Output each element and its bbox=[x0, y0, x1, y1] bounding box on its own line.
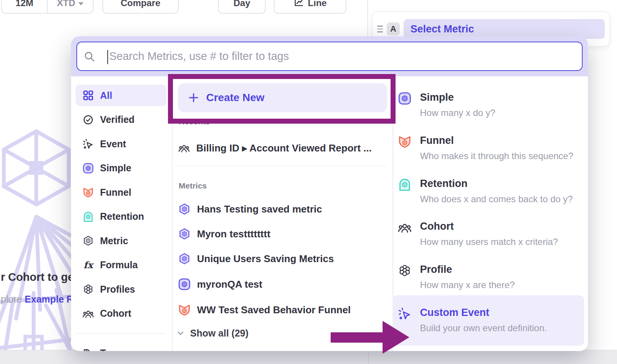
empty-state-subline: plore Example R bbox=[1, 294, 71, 305]
sidebar-item-label: Event bbox=[100, 139, 126, 150]
metric-type-title: Funnel bbox=[420, 135, 573, 147]
saved-metric-icon bbox=[178, 227, 191, 240]
caret-down-icon bbox=[78, 2, 84, 5]
metric-picker-modal: AllVerifiedEventSimpleFunnelRetentionMet… bbox=[71, 36, 588, 351]
sidebar-divider bbox=[172, 76, 173, 351]
event-cursor-icon bbox=[82, 138, 94, 150]
metric-type-description: Who does x and comes back to do y? bbox=[420, 194, 573, 205]
create-new-button[interactable]: Create New bbox=[178, 83, 387, 112]
metric-list-item[interactable]: myronQA test bbox=[178, 275, 384, 293]
range-12m-button[interactable]: 12M bbox=[2, 0, 47, 13]
custom-event-cursor-icon bbox=[398, 307, 412, 321]
funnel-badge-icon bbox=[398, 135, 412, 148]
metric-list-item[interactable]: Myron testttttttt bbox=[178, 225, 384, 243]
metric-type-custom-event[interactable]: Custom EventBuild your own event definit… bbox=[398, 307, 581, 333]
metric-item-label: Hans Testing saved metric bbox=[197, 203, 322, 215]
metric-item-label: Unique Users Saving Metrics bbox=[197, 253, 334, 265]
annotation-arrow bbox=[331, 332, 384, 343]
people-icon bbox=[178, 142, 190, 154]
metric-type-cohort[interactable]: CohortHow many users match x criteria? bbox=[398, 221, 581, 247]
search-band bbox=[71, 36, 588, 76]
search-input[interactable] bbox=[109, 42, 579, 70]
metric-hex-icon bbox=[82, 235, 94, 246]
sidebar-item-label: Profiles bbox=[100, 284, 135, 295]
sidebar-item-label: Metric bbox=[100, 235, 128, 246]
metric-type-retention[interactable]: RetentionWho does x and comes back to do… bbox=[398, 178, 581, 205]
day-label: Day bbox=[233, 0, 250, 8]
metric-type-profile[interactable]: ProfileHow many x are there? bbox=[398, 264, 581, 290]
metric-type-funnel[interactable]: FunnelWho makes it through this sequence… bbox=[398, 135, 581, 161]
chart-type-line-button[interactable]: Line bbox=[274, 0, 346, 14]
simple-badge-icon bbox=[82, 163, 94, 174]
empty-state-headline: r Cohort to ge bbox=[1, 271, 71, 283]
sidebar-item-funnel[interactable]: Funnel bbox=[76, 182, 166, 203]
annotation-arrow-head bbox=[383, 321, 409, 354]
formula-icon: fx bbox=[82, 259, 94, 271]
sidebar-item-cohort[interactable]: Cohort bbox=[76, 303, 166, 324]
select-metric-label: Select Metric bbox=[410, 23, 474, 35]
metric-type-description: Who makes it through this sequence? bbox=[420, 151, 573, 161]
metric-type-description: How many users match x criteria? bbox=[420, 237, 558, 247]
page-bottom-band bbox=[0, 350, 617, 364]
search-box[interactable] bbox=[76, 42, 583, 71]
show-all-button[interactable]: Show all (29) bbox=[176, 325, 249, 341]
metric-type-simple[interactable]: SimpleHow many x do y? bbox=[398, 92, 581, 118]
metric-type-title: Cohort bbox=[420, 221, 558, 232]
sidebar-item-event[interactable]: Event bbox=[76, 133, 166, 155]
compare-label: Compare bbox=[121, 0, 160, 8]
sidebar-item-verified[interactable]: Verified bbox=[76, 109, 166, 130]
range-12m-label: 12M bbox=[16, 0, 34, 8]
drag-handle-icon[interactable] bbox=[377, 26, 383, 32]
funnel-badge-icon bbox=[82, 187, 94, 198]
date-range-group: 12M XTD bbox=[1, 0, 94, 14]
sidebar-item-metric[interactable]: Metric bbox=[76, 230, 166, 251]
retention-badge-icon bbox=[82, 211, 94, 222]
metric-type-description: How many x are there? bbox=[420, 280, 515, 290]
sidebar-rule bbox=[76, 333, 166, 333]
example-reports-link[interactable]: Example R bbox=[25, 294, 71, 304]
recents-rule bbox=[174, 166, 386, 166]
metrics-section-label: Metrics bbox=[179, 181, 207, 190]
subline-gray-text: plore bbox=[1, 294, 25, 304]
metric-item-label: myronQA test bbox=[197, 279, 262, 290]
profiles-icon bbox=[82, 283, 94, 295]
text-caret bbox=[107, 50, 108, 64]
range-xtd-label: XTD bbox=[57, 0, 75, 8]
range-xtd-button[interactable]: XTD bbox=[48, 0, 93, 13]
recent-item[interactable]: Billing ID ▸ Account Viewed Report ... bbox=[178, 139, 384, 157]
seal-check-icon bbox=[82, 114, 94, 126]
recent-item-label: Billing ID ▸ Account Viewed Report ... bbox=[196, 142, 371, 154]
metric-list-item[interactable]: WW Test Saved Behavior Funnel bbox=[178, 301, 384, 319]
sidebar-item-label: Formula bbox=[100, 259, 138, 271]
metric-list-item[interactable]: Hans Testing saved metric bbox=[178, 200, 384, 218]
metric-type-description: Build your own event definition. bbox=[420, 323, 547, 333]
metric-list-item[interactable]: Unique Users Saving Metrics bbox=[178, 250, 384, 267]
tag-icon bbox=[82, 347, 94, 351]
granularity-day-button[interactable]: Day bbox=[218, 0, 266, 14]
sidebar-item-simple[interactable]: Simple bbox=[76, 158, 166, 179]
metric-type-title: Retention bbox=[420, 178, 573, 190]
recents-section-label: Recents bbox=[179, 117, 210, 126]
sidebar-item-retention[interactable]: Retention bbox=[76, 206, 166, 227]
sidebar-item-label: Cohort bbox=[100, 308, 131, 319]
people-icon bbox=[82, 308, 94, 319]
profiles-icon bbox=[398, 264, 412, 277]
sidebar-item-overflow[interactable]: T bbox=[76, 342, 166, 351]
sidebar-item-label: Verified bbox=[100, 114, 134, 125]
show-all-label: Show all (29) bbox=[190, 328, 249, 339]
retention-badge-icon bbox=[398, 178, 412, 192]
sidebar-item-profiles[interactable]: Profiles bbox=[76, 279, 166, 300]
plus-icon bbox=[188, 92, 199, 103]
sidebar-item-all[interactable]: All bbox=[76, 85, 166, 106]
background-panel-divider-bottom bbox=[368, 350, 369, 364]
sidebar-item-formula[interactable]: fxFormula bbox=[76, 254, 166, 276]
funnel-badge-icon bbox=[178, 303, 191, 316]
metric-type-title: Custom Event bbox=[420, 307, 547, 319]
people-icon bbox=[398, 221, 412, 234]
sidebar-item-label: Simple bbox=[100, 163, 131, 174]
saved-metric-icon bbox=[178, 252, 191, 265]
compare-button[interactable]: Compare bbox=[102, 0, 179, 14]
series-badge: A bbox=[387, 23, 400, 35]
background-panel-divider bbox=[367, 0, 368, 36]
metric-item-label: WW Test Saved Behavior Funnel bbox=[197, 304, 351, 316]
